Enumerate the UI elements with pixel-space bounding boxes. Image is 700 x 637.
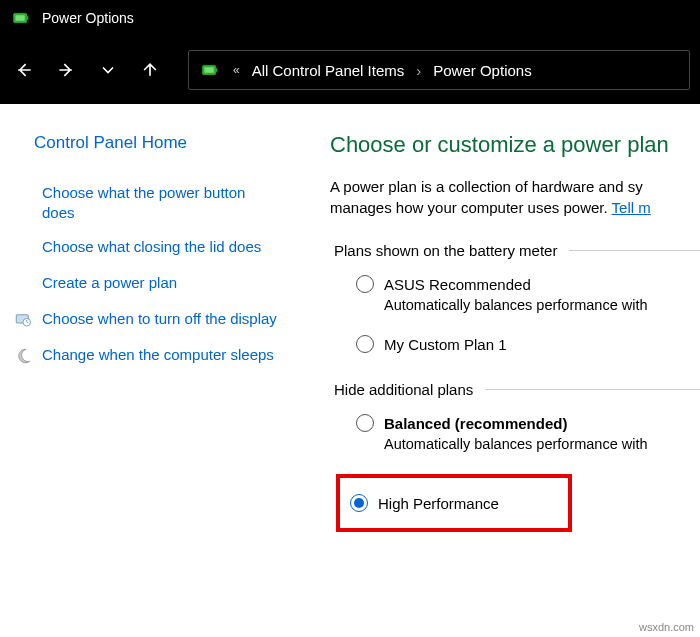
control-panel-home-link[interactable]: Control Panel Home xyxy=(34,132,280,155)
desc-text: manages how your computer uses power. xyxy=(330,199,612,216)
battery-icon xyxy=(199,59,221,81)
radio-icon-checked[interactable] xyxy=(350,494,368,512)
svg-rect-2 xyxy=(16,15,25,21)
sidebar: Control Panel Home Choose what the power… xyxy=(0,132,300,637)
sidebar-home-label[interactable]: Control Panel Home xyxy=(34,133,187,152)
chevrons-icon: « xyxy=(233,63,240,77)
page-description: A power plan is a collection of hardware… xyxy=(330,176,700,218)
group-label-text: Plans shown on the battery meter xyxy=(334,242,557,259)
sidebar-item-display-off[interactable]: Choose when to turn off the display xyxy=(34,309,280,331)
breadcrumb-item[interactable]: All Control Panel Items xyxy=(252,62,405,79)
plan-asus-recommended[interactable]: ASUS Recommended xyxy=(356,275,700,293)
battery-icon xyxy=(10,7,32,29)
address-bar[interactable]: « All Control Panel Items › Power Option… xyxy=(188,50,690,90)
plan-my-custom[interactable]: My Custom Plan 1 xyxy=(356,335,700,353)
plan-high-performance-label[interactable]: High Performance xyxy=(378,495,499,512)
recent-dropdown[interactable] xyxy=(94,56,122,84)
empty-icon xyxy=(12,183,34,205)
main-panel: Choose or customize a power plan A power… xyxy=(300,132,700,637)
forward-button[interactable] xyxy=(52,56,80,84)
svg-rect-1 xyxy=(27,16,29,20)
nav-bar: « All Control Panel Items › Power Option… xyxy=(0,36,700,104)
highlighted-plan-box: High Performance xyxy=(336,474,572,532)
plan-balanced[interactable]: Balanced (recommended) xyxy=(356,414,700,432)
divider xyxy=(485,389,700,390)
page-heading: Choose or customize a power plan xyxy=(330,132,700,158)
sidebar-item-label[interactable]: Change when the computer sleeps xyxy=(42,345,274,365)
empty-icon xyxy=(12,273,34,295)
svg-rect-4 xyxy=(216,68,218,72)
group-label-text: Hide additional plans xyxy=(334,381,473,398)
chevron-right-icon: › xyxy=(416,62,421,79)
watermark: wsxdn.com xyxy=(639,621,694,633)
plan-label: ASUS Recommended xyxy=(384,276,531,293)
plan-label: My Custom Plan 1 xyxy=(384,336,507,353)
content-area: Control Panel Home Choose what the power… xyxy=(0,104,700,637)
svg-rect-5 xyxy=(205,67,214,73)
breadcrumb-item[interactable]: Power Options xyxy=(433,62,531,79)
sidebar-item-create-plan[interactable]: Create a power plan xyxy=(34,273,280,295)
radio-icon[interactable] xyxy=(356,414,374,432)
monitor-clock-icon xyxy=(12,309,34,331)
sidebar-item-label[interactable]: Choose when to turn off the display xyxy=(42,309,277,329)
sidebar-item-label[interactable]: Choose what closing the lid does xyxy=(42,237,261,257)
desc-text: A power plan is a collection of hardware… xyxy=(330,178,643,195)
up-button[interactable] xyxy=(136,56,164,84)
sidebar-item-label[interactable]: Choose what the power button does xyxy=(42,183,280,224)
group-hide-additional[interactable]: Hide additional plans xyxy=(334,381,700,398)
moon-icon xyxy=(12,345,34,367)
sidebar-item-closing-lid[interactable]: Choose what closing the lid does xyxy=(34,237,280,259)
sidebar-item-power-button[interactable]: Choose what the power button does xyxy=(34,183,280,224)
sidebar-item-sleep[interactable]: Change when the computer sleeps xyxy=(34,345,280,367)
plan-description: Automatically balances performance with xyxy=(384,297,700,313)
radio-icon[interactable] xyxy=(356,275,374,293)
window-title: Power Options xyxy=(42,10,134,26)
radio-icon[interactable] xyxy=(356,335,374,353)
back-button[interactable] xyxy=(10,56,38,84)
tell-more-link[interactable]: Tell m xyxy=(612,199,651,216)
divider xyxy=(569,250,700,251)
title-bar: Power Options xyxy=(0,0,700,36)
plan-description: Automatically balances performance with xyxy=(384,436,700,452)
empty-icon xyxy=(12,237,34,259)
group-plans-shown: Plans shown on the battery meter xyxy=(334,242,700,259)
plan-label: Balanced (recommended) xyxy=(384,415,567,432)
sidebar-item-label[interactable]: Create a power plan xyxy=(42,273,177,293)
